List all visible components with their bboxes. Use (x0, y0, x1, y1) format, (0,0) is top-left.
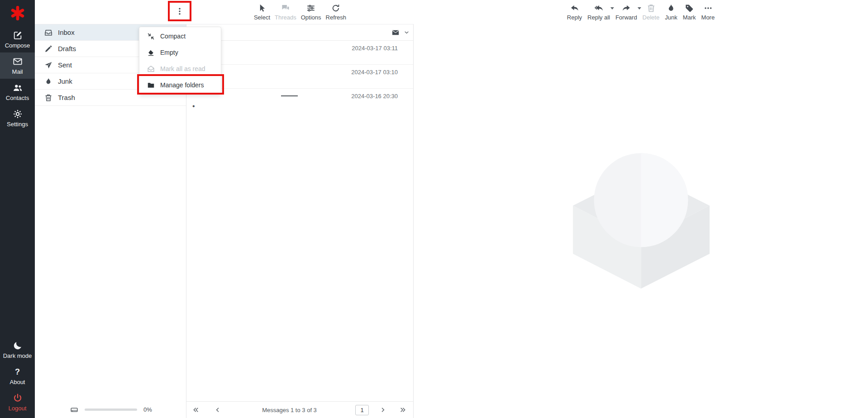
sidebar-item-settings[interactable]: Settings (0, 105, 35, 131)
toolbar-button-label: Delete (643, 14, 660, 21)
envelope-open-icon (147, 65, 155, 73)
reply-all-icon (594, 4, 603, 13)
folder-label: Trash (58, 94, 75, 101)
roundcube-watermark (573, 152, 710, 289)
roundcube-logo (0, 0, 35, 26)
folder-icon (147, 81, 155, 89)
contacts-icon (13, 83, 23, 93)
junk-button[interactable]: Junk (662, 0, 680, 24)
toolbar-button-label: Forward (615, 14, 637, 21)
eraser-icon (147, 49, 155, 57)
envelope-icon (391, 28, 400, 37)
sliders-icon (306, 4, 315, 13)
sidebar-item-about[interactable]: ? About (0, 363, 35, 389)
menu-item-label: Empty (160, 49, 178, 56)
options-button[interactable]: Options (299, 0, 324, 24)
folder-label: Sent (58, 61, 72, 69)
select-button[interactable]: Select (252, 0, 272, 24)
first-page-button[interactable] (190, 404, 202, 416)
menu-item-manage-folders[interactable]: Manage folders (139, 77, 221, 93)
pencil-icon (44, 45, 52, 53)
folder-label: Drafts (58, 45, 76, 52)
toolbar-button-label: Mark (683, 14, 696, 21)
inbox-icon (44, 28, 52, 37)
sidebar-item-compose[interactable]: Compose (0, 26, 35, 52)
page-number-input[interactable] (355, 405, 369, 415)
question-icon: ? (15, 367, 20, 377)
ellipsis-icon (703, 4, 712, 13)
toolbar-button-label: Reply all (587, 14, 610, 21)
mail-icon (13, 57, 23, 66)
storage-quota: 0% (35, 401, 186, 418)
chevron-down-icon (404, 29, 410, 35)
tag-icon (685, 4, 694, 13)
delete-button: Delete (640, 0, 663, 24)
forward-button[interactable]: Forward (613, 0, 640, 24)
trash-icon (44, 94, 52, 102)
main-toolbar: Select Threads Options Refresh Reply (35, 0, 868, 24)
storage-drive-icon (70, 406, 78, 414)
next-page-button[interactable] (377, 404, 389, 416)
toolbar-button-label: Select (254, 14, 270, 21)
flame-icon (44, 77, 52, 86)
folder-options-menu: Compact Empty Mark all as read Manage fo… (139, 27, 221, 95)
unread-dot: • (192, 102, 195, 110)
app-taskbar: Compose Mail Contacts Settings Dark mode… (0, 0, 35, 418)
trash-icon (646, 4, 655, 13)
sidebar-item-label: Mail (12, 68, 23, 75)
toolbar-button-label: Junk (665, 14, 677, 21)
toolbar-button-label: Options (301, 14, 321, 21)
message-date: 2024-03-16 20:30 (351, 93, 398, 100)
forward-icon (622, 4, 631, 13)
compose-icon (13, 30, 23, 40)
compress-icon (147, 33, 155, 40)
sidebar-item-label: Contacts (6, 95, 29, 101)
logo-asterisk-icon (10, 6, 25, 20)
sidebar-item-logout[interactable]: Logout (0, 389, 35, 415)
refresh-icon (331, 4, 340, 13)
reply-all-button[interactable]: Reply all (585, 0, 613, 24)
toolbar-button-label: Reply (567, 14, 582, 21)
previous-page-button[interactable] (212, 404, 224, 416)
menu-item-label: Compact (160, 33, 186, 40)
empty-subject-line (281, 95, 298, 96)
reply-icon (570, 4, 579, 13)
cursor-icon (258, 4, 267, 13)
sidebar-item-label: Dark mode (3, 352, 32, 359)
pagination-bar: Messages 1 to 3 of 3 (186, 401, 413, 418)
message-date: 2024-03-17 03:11 (352, 45, 398, 52)
threads-button: Threads (272, 0, 299, 24)
sidebar-item-contacts[interactable]: Contacts (0, 79, 35, 105)
quota-percent-label: 0% (143, 406, 152, 413)
sidebar-item-label: Compose (5, 42, 30, 49)
reply-button[interactable]: Reply (564, 0, 585, 24)
pagination-summary: Messages 1 to 3 of 3 (224, 407, 355, 413)
moon-icon (13, 341, 23, 351)
quota-progress-bar (85, 408, 137, 411)
paper-plane-icon (44, 61, 52, 69)
sidebar-item-label: Settings (7, 121, 28, 128)
kebab-icon (175, 7, 184, 16)
message-content-pane (414, 24, 868, 418)
menu-item-mark-all-read: Mark all as read (139, 61, 221, 77)
menu-item-empty[interactable]: Empty (139, 44, 221, 61)
toolbar-button-label: Refresh (326, 14, 347, 21)
refresh-button[interactable]: Refresh (324, 0, 349, 24)
sidebar-item-label: Logout (9, 405, 27, 412)
annotation-rect-folder-options (168, 1, 191, 21)
threads-icon (281, 4, 290, 13)
toolbar-button-label: Threads (275, 14, 296, 21)
sidebar-item-mail[interactable]: Mail (0, 52, 35, 79)
more-button[interactable]: More (699, 0, 718, 24)
mark-button[interactable]: Mark (680, 0, 699, 24)
menu-item-compact[interactable]: Compact (139, 28, 221, 44)
last-page-button[interactable] (397, 404, 409, 416)
folder-options-button[interactable] (172, 3, 188, 19)
taskbar-bottom-group: Dark mode ? About Logout (0, 337, 35, 418)
message-date: 2024-03-17 03:10 (351, 69, 398, 76)
menu-item-label: Manage folders (160, 81, 204, 89)
menu-item-label: Mark all as read (160, 65, 205, 72)
sidebar-item-dark-mode[interactable]: Dark mode (0, 337, 35, 363)
list-actions-group: Select Threads Options Refresh (252, 0, 348, 24)
power-icon (13, 393, 23, 403)
